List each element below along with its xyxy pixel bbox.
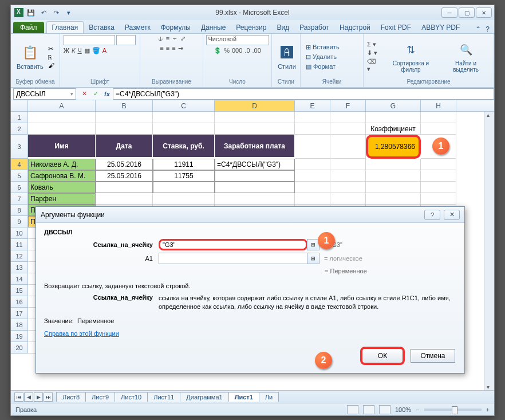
- delete-cells-button[interactable]: ⊟Удалить: [304, 53, 341, 61]
- sheet-tab[interactable]: Лист8: [56, 392, 86, 402]
- arg2-input[interactable]: [159, 253, 307, 264]
- fill-color-icon[interactable]: 🪣: [92, 47, 100, 54]
- table-cell[interactable]: Коваль: [28, 182, 96, 193]
- view-normal-icon[interactable]: [347, 405, 358, 414]
- row-header[interactable]: 2: [11, 123, 28, 135]
- align-left-icon[interactable]: ≡: [160, 45, 163, 52]
- row-header[interactable]: 6: [11, 182, 28, 193]
- file-tab[interactable]: Файл: [13, 22, 44, 33]
- minimize-button[interactable]: ─: [441, 7, 457, 18]
- coef-label[interactable]: Коэффициент: [366, 123, 421, 135]
- font-size-input[interactable]: [116, 35, 136, 45]
- row-header[interactable]: 8: [11, 205, 28, 216]
- ribbon-minimize-icon[interactable]: ⌃: [475, 25, 481, 33]
- align-center-icon[interactable]: ≡: [166, 45, 169, 52]
- autosum-icon[interactable]: Σ ▾: [367, 41, 380, 48]
- zoom-slider[interactable]: [424, 409, 482, 411]
- table-cell[interactable]: 11755: [153, 170, 215, 182]
- row-header[interactable]: 7: [11, 193, 28, 205]
- tab-view[interactable]: Вид: [271, 22, 294, 33]
- col-header-E[interactable]: E: [295, 100, 330, 111]
- col-header-F[interactable]: F: [330, 100, 366, 111]
- format-painter-icon[interactable]: 🖌: [48, 62, 54, 69]
- sheet-tab-active[interactable]: Лист1: [228, 392, 259, 402]
- col-header-B[interactable]: B: [96, 100, 153, 111]
- formula-input[interactable]: =C4*ДВССЫЛ("G3"): [113, 88, 494, 100]
- tab-review[interactable]: Рецензир: [231, 22, 271, 33]
- row-header[interactable]: 4: [11, 159, 28, 170]
- select-all-corner[interactable]: [11, 100, 28, 111]
- maximize-button[interactable]: ▢: [459, 7, 475, 18]
- fill-icon[interactable]: ⬇ ▾: [367, 49, 380, 57]
- dialog-help-button[interactable]: ?: [424, 210, 440, 220]
- col-header-A[interactable]: A: [28, 100, 96, 111]
- close-button[interactable]: ✕: [476, 7, 492, 18]
- sheet-nav-last-icon[interactable]: ⏭: [44, 392, 53, 402]
- sheet-tab[interactable]: Лист10: [115, 392, 148, 402]
- table-cell[interactable]: Сафронова В. М.: [28, 170, 96, 182]
- help-icon[interactable]: ?: [486, 25, 490, 33]
- inc-decimal-icon[interactable]: .0: [244, 47, 250, 54]
- fx-icon[interactable]: fx: [101, 89, 113, 99]
- sheet-tab[interactable]: Лист9: [85, 392, 115, 402]
- table-cell[interactable]: [215, 170, 295, 182]
- sheet-nav-first-icon[interactable]: ⏮: [14, 392, 23, 402]
- active-cell[interactable]: =C4*ДВССЫЛ("G3"): [215, 159, 295, 170]
- align-right-icon[interactable]: ≡: [172, 45, 175, 52]
- clear-icon[interactable]: ⌫ ▾: [367, 58, 380, 73]
- tab-home[interactable]: Главная: [46, 21, 84, 33]
- table-header[interactable]: Ставка, руб.: [153, 135, 215, 159]
- tab-formulas[interactable]: Формулы: [156, 22, 196, 33]
- save-icon[interactable]: 💾: [26, 7, 36, 18]
- help-link[interactable]: Справка по этой функции: [44, 330, 456, 337]
- paste-button[interactable]: 📋 Вставить: [14, 42, 46, 71]
- table-cell[interactable]: Парфен: [28, 193, 96, 205]
- italic-button[interactable]: К: [72, 47, 75, 54]
- row-header[interactable]: 9: [11, 216, 28, 227]
- bold-button[interactable]: Ж: [64, 47, 69, 54]
- table-cell[interactable]: Николаев А. Д.: [28, 159, 96, 170]
- ok-button[interactable]: ОК: [360, 347, 405, 365]
- tab-abbyy[interactable]: ABBYY PDF: [416, 22, 465, 33]
- col-header-D[interactable]: D: [215, 100, 295, 111]
- cancel-button[interactable]: Отмена: [411, 349, 455, 363]
- sheet-tab[interactable]: Ли: [259, 392, 279, 402]
- orientation-icon[interactable]: ⤢: [180, 35, 186, 42]
- indent-icon[interactable]: ⇥: [178, 45, 183, 52]
- align-bot-icon[interactable]: ⫟: [172, 35, 178, 42]
- table-cell[interactable]: 25.05.2016: [96, 159, 153, 170]
- currency-icon[interactable]: 💲: [214, 47, 222, 54]
- styles-button[interactable]: 🅰 Стили: [275, 42, 298, 71]
- find-button[interactable]: 🔍 Найти и выделить: [441, 40, 490, 74]
- insert-cells-button[interactable]: ⊞Вставить: [304, 43, 341, 52]
- tab-data[interactable]: Данные: [196, 22, 231, 33]
- table-cell[interactable]: 11911: [153, 159, 215, 170]
- tab-layout[interactable]: Разметк: [120, 22, 156, 33]
- undo-icon[interactable]: ↶: [38, 7, 49, 18]
- sheet-tab[interactable]: Лист11: [147, 392, 180, 402]
- table-cell[interactable]: 25.05.2016: [96, 170, 153, 182]
- tab-foxit[interactable]: Foxit PDF: [376, 22, 416, 33]
- sheet-nav-prev-icon[interactable]: ◀: [24, 392, 33, 402]
- table-header[interactable]: Имя: [28, 135, 96, 159]
- dialog-close-button[interactable]: ✕: [444, 210, 460, 220]
- border-icon[interactable]: ▦: [84, 47, 90, 54]
- row-header[interactable]: 1: [11, 112, 28, 123]
- percent-icon[interactable]: %: [224, 47, 230, 54]
- col-header-G[interactable]: G: [366, 100, 421, 111]
- font-color-icon[interactable]: A: [102, 47, 106, 54]
- row-header[interactable]: 3: [11, 135, 28, 159]
- table-header[interactable]: Дата: [96, 135, 153, 159]
- col-header-H[interactable]: H: [421, 100, 456, 111]
- align-top-icon[interactable]: ⫝: [157, 35, 164, 42]
- comma-icon[interactable]: 000: [232, 47, 242, 54]
- zoom-in-icon[interactable]: +: [486, 406, 490, 413]
- name-box[interactable]: ДВССЫЛ: [13, 88, 76, 100]
- format-cells-button[interactable]: ▤Формат: [304, 62, 341, 71]
- tab-developer[interactable]: Разработ: [294, 22, 334, 33]
- view-break-icon[interactable]: [379, 405, 390, 414]
- sheet-tab[interactable]: Диаграмма1: [180, 392, 228, 402]
- view-layout-icon[interactable]: [363, 405, 374, 414]
- copy-icon[interactable]: ⎘: [48, 54, 54, 61]
- arg1-input[interactable]: [159, 239, 307, 250]
